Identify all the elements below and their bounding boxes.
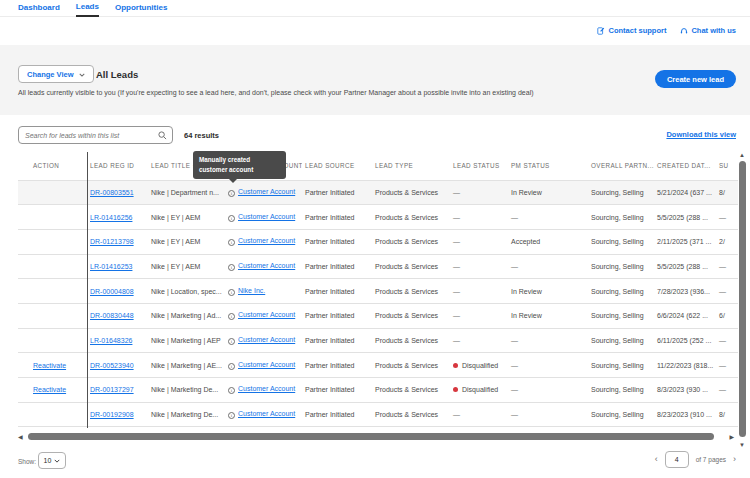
horizontal-scrollbar-thumb[interactable] <box>28 433 714 440</box>
tab-leads[interactable]: Leads <box>76 0 99 17</box>
vertical-scrollbar[interactable]: ▲ ▼ <box>738 152 747 448</box>
column-header[interactable]: LEAD STATUS <box>450 152 508 180</box>
cell-customer-account: iCustomer Account <box>225 402 302 427</box>
customer-account-link[interactable]: Customer Account <box>238 213 295 220</box>
page-number-input[interactable] <box>665 451 689 468</box>
status-text: — <box>453 288 460 295</box>
info-circle-icon[interactable]: i <box>228 313 235 320</box>
status-text: — <box>453 263 460 270</box>
lead-reg-id-link[interactable]: LR-01416253 <box>90 263 132 270</box>
cell-customer-account: iCustomer Account <box>225 205 302 230</box>
table-row[interactable]: ReactivateDR-00137297Nike | Marketing De… <box>18 378 738 403</box>
lead-reg-id-link[interactable]: LR-01416256 <box>90 214 132 221</box>
magnifier-icon[interactable] <box>158 131 172 140</box>
scroll-down-arrow-icon[interactable]: ▼ <box>739 442 745 448</box>
lead-reg-id-link[interactable]: DR-01213798 <box>90 238 134 245</box>
cell-pm-status: — <box>508 353 588 378</box>
info-circle-icon[interactable]: i <box>228 239 235 246</box>
info-circle-icon[interactable]: i <box>228 264 235 271</box>
column-header[interactable]: PM STATUS <box>508 152 588 180</box>
page-size-dropdown[interactable]: 10 <box>38 452 66 469</box>
table-row[interactable]: DR-00830448Nike | Marketing | Ad...iCust… <box>18 303 738 328</box>
customer-account-link[interactable]: Customer Account <box>238 311 295 318</box>
scroll-up-arrow-icon[interactable]: ▲ <box>739 152 745 158</box>
cell-lead-reg-id: DR-00803551 <box>87 180 148 205</box>
cell-lead-status: — <box>450 279 508 304</box>
column-header[interactable]: LEAD SOURCE <box>302 152 372 180</box>
lead-reg-id-link[interactable]: DR-00137297 <box>90 386 134 393</box>
lead-reg-id-link[interactable]: DR-00803551 <box>90 189 134 196</box>
lead-reg-id-link[interactable]: LR-01648326 <box>90 337 132 344</box>
customer-account-link[interactable]: Customer Account <box>238 361 295 368</box>
customer-account-link[interactable]: Customer Account <box>238 262 295 269</box>
customer-account-link[interactable]: Customer Account <box>238 188 295 195</box>
table-row[interactable]: LR-01416256Nike | EY | AEMiCustomer Acco… <box>18 205 738 230</box>
cell-action <box>18 303 87 328</box>
cell-lead-status: — <box>450 328 508 353</box>
customer-account-link[interactable]: Customer Account <box>238 410 295 417</box>
info-circle-icon[interactable]: i <box>228 215 235 222</box>
cell-customer-account: iCustomer Account <box>225 378 302 403</box>
vertical-scrollbar-thumb[interactable] <box>739 161 746 437</box>
table-row[interactable]: DR-00803551Nike | Department n...iCustom… <box>18 180 738 205</box>
search-input[interactable] <box>19 132 158 139</box>
frozen-column-divider[interactable] <box>87 152 88 428</box>
lead-reg-id-link[interactable]: DR-00004808 <box>90 288 134 295</box>
info-circle-icon[interactable]: i <box>228 387 235 394</box>
column-header[interactable]: SU <box>716 152 738 180</box>
reactivate-link[interactable]: Reactivate <box>33 362 66 369</box>
column-header[interactable]: LEAD REG ID <box>87 152 148 180</box>
customer-account-link[interactable]: Customer Account <box>238 336 295 343</box>
cell-lead-reg-id: LR-01416253 <box>87 254 148 279</box>
status-text: — <box>453 238 460 245</box>
cell-lead-type: Products & Services <box>372 303 450 328</box>
lead-reg-id-link[interactable]: DR-00192908 <box>90 411 134 418</box>
previous-page-chevron[interactable]: ‹ <box>655 455 658 464</box>
cell-lead-source: Partner Initiated <box>302 180 372 205</box>
lead-reg-id-link[interactable]: DR-00523940 <box>90 362 134 369</box>
table-row[interactable]: LR-01416253Nike | EY | AEMiCustomer Acco… <box>18 254 738 279</box>
customer-account-link[interactable]: Customer Account <box>238 237 295 244</box>
scroll-right-arrow-icon[interactable]: ▶ <box>729 433 734 440</box>
customer-account-link[interactable]: Customer Account <box>238 385 295 392</box>
info-circle-icon[interactable]: i <box>228 338 235 345</box>
lead-reg-id-link[interactable]: DR-00830448 <box>90 312 134 319</box>
table-row[interactable]: ReactivateDR-00523940Nike | Marketing | … <box>18 353 738 378</box>
customer-account-link[interactable]: Nike Inc. <box>238 287 265 294</box>
horizontal-scrollbar[interactable]: ◀ ▶ <box>18 432 726 441</box>
info-circle-icon[interactable]: i <box>228 363 235 370</box>
column-header[interactable]: OVERALL PARTN... <box>588 152 654 180</box>
cell-lead-source: Partner Initiated <box>302 254 372 279</box>
cell-lead-reg-id: DR-00004808 <box>87 279 148 304</box>
table-row[interactable]: DR-01213798Nike | EY | AEMiCustomer Acco… <box>18 229 738 254</box>
column-header[interactable]: CREATED DAT... <box>654 152 716 180</box>
status-dot-icon <box>453 363 458 368</box>
scroll-left-arrow-icon[interactable]: ◀ <box>18 433 23 440</box>
create-new-lead-button[interactable]: Create new lead <box>655 70 736 88</box>
cell-su: 8/ <box>716 180 738 205</box>
table-row[interactable]: LR-01648326Nike | Marketing | AEPiCustom… <box>18 328 738 353</box>
contact-support-link[interactable]: Contact support <box>597 26 666 35</box>
next-page-chevron[interactable]: › <box>733 455 736 464</box>
cell-lead-title: Nike | EY | AEM <box>148 229 225 254</box>
tab-dashboard[interactable]: Dashboard <box>18 0 60 16</box>
cell-lead-status: Disqualified <box>450 378 508 403</box>
cell-created-date: 2/11/2025 (371 ... <box>654 229 716 254</box>
table-row[interactable]: DR-00004808Nike | Location, spec...iNike… <box>18 279 738 304</box>
chat-with-us-link[interactable]: Chat with us <box>680 26 736 35</box>
info-circle-icon[interactable]: i <box>228 412 235 419</box>
change-view-button[interactable]: Change View <box>18 65 94 83</box>
table-row[interactable]: DR-00192908Nike | Marketing De...iCustom… <box>18 402 738 427</box>
cell-action: Reactivate <box>18 378 87 403</box>
cell-lead-type: Products & Services <box>372 180 450 205</box>
cell-lead-source: Partner Initiated <box>302 279 372 304</box>
cell-lead-source: Partner Initiated <box>302 328 372 353</box>
tab-opportunities[interactable]: Opportunities <box>115 0 167 16</box>
info-circle-icon[interactable]: i <box>228 190 235 197</box>
reactivate-link[interactable]: Reactivate <box>33 386 66 393</box>
download-view-link[interactable]: Download this view <box>666 130 736 139</box>
column-header[interactable]: LEAD TYPE <box>372 152 450 180</box>
info-circle-icon[interactable]: i <box>228 289 235 296</box>
cell-lead-reg-id: DR-00523940 <box>87 353 148 378</box>
column-header[interactable]: ACTION <box>18 152 87 180</box>
